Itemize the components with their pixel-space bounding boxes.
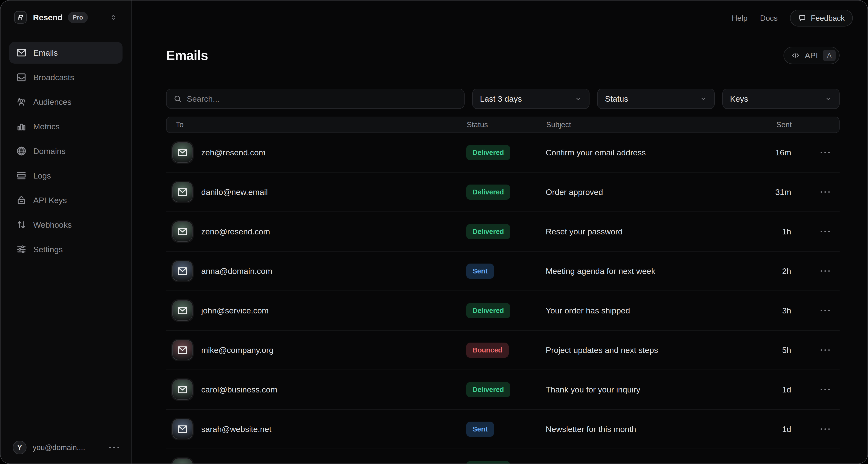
table-row[interactable]: carol@business.com Delivered Thank you f… (166, 370, 840, 410)
status-badge: Delivered (466, 461, 510, 464)
recipient-email: anna@domain.com (201, 266, 272, 276)
row-menu-button[interactable] (820, 349, 830, 351)
email-icon-tile (172, 300, 192, 321)
sent-time: 1d (770, 385, 803, 395)
sent-time: 31m (770, 187, 803, 197)
envelope-icon (177, 186, 188, 198)
org-switcher[interactable]: R Resend Pro (14, 11, 117, 24)
sidebar-item-emails[interactable]: Emails (9, 42, 123, 64)
sent-time: 3h (770, 306, 803, 315)
email-subject: Newsletter for this month (546, 425, 770, 434)
sidebar-item-audiences[interactable]: Audiences (9, 91, 123, 113)
table-row[interactable]: anna@domain.com Sent Meeting agenda for … (166, 252, 840, 291)
sidebar-item-api-keys[interactable]: API Keys (9, 190, 123, 211)
sidebar-item-label: Audiences (33, 97, 71, 107)
row-menu-button[interactable] (820, 231, 830, 232)
domains-icon (16, 146, 27, 156)
sidebar-item-label: Metrics (33, 122, 60, 131)
settings-icon (16, 244, 27, 255)
status-badge: Delivered (466, 303, 510, 318)
recipient-email: zeh@resend.com (201, 148, 266, 157)
sidebar-item-domains[interactable]: Domains (9, 140, 123, 162)
row-menu-button[interactable] (820, 389, 830, 390)
sent-time: 1d (770, 425, 803, 434)
webhooks-icon (16, 219, 27, 230)
table-row[interactable]: mike@company.org Bounced Project updates… (166, 330, 840, 370)
row-menu-button[interactable] (820, 428, 830, 430)
broadcasts-icon (16, 72, 27, 83)
date-range-filter[interactable]: Last 3 days (472, 89, 589, 109)
recipient-email: carol@business.com (201, 385, 277, 395)
status-badge: Sent (466, 264, 494, 279)
search-box (166, 89, 465, 109)
row-menu-button[interactable] (820, 270, 830, 272)
user-menu-button[interactable] (109, 447, 119, 448)
table-header: To Status Subject Sent (166, 117, 840, 133)
email-icon-tile (172, 142, 192, 163)
sidebar-item-label: Webhooks (33, 220, 72, 230)
sidebar-item-broadcasts[interactable]: Broadcasts (9, 66, 123, 88)
table-body: zeh@resend.com Delivered Confirm your em… (166, 133, 840, 464)
chevron-up-down-icon[interactable] (110, 13, 117, 21)
column-header-status: Status (467, 120, 546, 129)
api-keys-icon (16, 195, 27, 206)
api-shortcut-badge: A (823, 50, 836, 61)
page-title: Emails (166, 48, 208, 63)
row-menu-button[interactable] (820, 152, 830, 153)
recipient-email: sarah@website.net (201, 425, 272, 434)
status-badge: Bounced (466, 343, 508, 358)
email-subject: Your order has shipped (546, 306, 770, 315)
email-subject: Order approved (546, 187, 770, 197)
keys-filter[interactable]: Keys (722, 89, 840, 109)
email-subject: Reset your password (546, 227, 770, 236)
help-link[interactable]: Help (732, 14, 748, 23)
status-badge: Delivered (466, 184, 510, 200)
api-button[interactable]: API A (783, 47, 840, 64)
row-menu-button[interactable] (820, 310, 830, 311)
email-subject: Meeting agenda for next week (546, 266, 770, 276)
logs-icon (16, 170, 27, 181)
column-header-sent: Sent (770, 120, 804, 129)
sidebar-item-label: Broadcasts (33, 73, 74, 82)
table-row[interactable]: zeh@resend.com Delivered Confirm your em… (166, 133, 840, 173)
sent-time: 16m (770, 148, 803, 157)
sidebar-item-settings[interactable]: Settings (9, 238, 123, 260)
column-header-subject: Subject (546, 120, 770, 129)
sidebar-item-label: API Keys (33, 196, 67, 205)
chevron-down-icon (825, 95, 832, 103)
table-row[interactable]: sarah@website.net Sent Newsletter for th… (166, 410, 840, 449)
table-row[interactable]: zeno@resend.com Delivered Reset your pas… (166, 212, 840, 252)
row-menu-button[interactable] (820, 191, 830, 193)
sidebar-item-metrics[interactable]: Metrics (9, 116, 123, 137)
sidebar-item-webhooks[interactable]: Webhooks (9, 214, 123, 236)
email-subject: Project updates and next steps (546, 345, 770, 355)
api-button-label: API (805, 51, 818, 60)
recipient-email: danilo@new.email (201, 187, 268, 197)
table-row[interactable]: john@service.com Delivered Your order ha… (166, 291, 840, 330)
sidebar-item-label: Domains (33, 146, 65, 156)
emails-table: To Status Subject Sent zeh@resend.com De… (166, 117, 840, 464)
table-row[interactable]: danilo@new.email Delivered Order approve… (166, 173, 840, 212)
status-badge: Delivered (466, 224, 510, 239)
status-filter[interactable]: Status (597, 89, 714, 109)
email-icon-tile (172, 182, 192, 202)
docs-link[interactable]: Docs (760, 14, 778, 23)
user-email: you@domain.... (33, 443, 85, 452)
metrics-icon (16, 121, 27, 132)
table-row[interactable]: Delivered (166, 449, 840, 464)
envelope-icon (177, 463, 188, 464)
envelope-icon (177, 265, 188, 277)
sidebar-item-label: Settings (33, 245, 63, 254)
column-header-to: To (166, 120, 467, 129)
code-icon (791, 51, 800, 60)
sidebar-item-logs[interactable]: Logs (9, 165, 123, 186)
avatar: Y (13, 441, 27, 454)
recipient-email: mike@company.org (201, 345, 274, 355)
email-subject: Confirm your email address (546, 148, 770, 157)
user-account[interactable]: Y you@domain.... (0, 441, 131, 464)
status-badge: Delivered (466, 382, 510, 397)
feedback-button[interactable]: Feedback (790, 10, 853, 27)
search-input[interactable] (187, 94, 457, 104)
email-icon-tile (172, 419, 192, 439)
sidebar-nav: Emails Broadcasts Audiences Metrics Doma… (9, 42, 123, 260)
